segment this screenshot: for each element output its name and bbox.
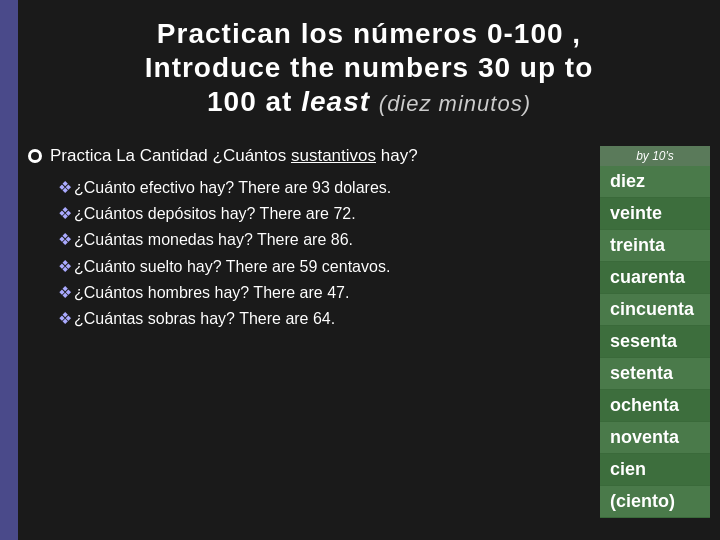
sidebar-item: cuarenta (600, 262, 710, 294)
right-sidebar: by 10's diez veinte treinta cuarenta cin… (600, 146, 710, 530)
title-parens: (diez minutos) (379, 91, 531, 116)
sidebar-item: sesenta (600, 326, 710, 358)
list-item: ❖¿Cuánto efectivo hay? There are 93 dola… (58, 176, 590, 199)
list-item: ❖¿Cuántos depósitos hay? There are 72. (58, 202, 590, 225)
title-section: Practican los números 0-100 , Introduce … (28, 10, 710, 128)
sidebar-item: noventa (600, 422, 710, 454)
practice-header-end: hay? (376, 146, 418, 165)
practice-header-underline: sustantivos (291, 146, 376, 165)
bullet-header: Practica La Cantidad ¿Cuántos sustantivo… (28, 146, 590, 166)
content-area: Practican los números 0-100 , Introduce … (18, 0, 720, 540)
sidebar-item: cincuenta (600, 294, 710, 326)
practice-items-list: ❖¿Cuánto efectivo hay? There are 93 dola… (28, 176, 590, 330)
list-item: ❖¿Cuántas monedas hay? There are 86. (58, 228, 590, 251)
sidebar-item: veinte (600, 198, 710, 230)
title-line3-part1: 100 at (207, 86, 301, 117)
sidebar-list: diez veinte treinta cuarenta cincuenta s… (600, 166, 710, 518)
sidebar-item: treinta (600, 230, 710, 262)
sidebar-item: ochenta (600, 390, 710, 422)
sidebar-item: diez (600, 166, 710, 198)
main-body: Practica La Cantidad ¿Cuántos sustantivo… (28, 146, 710, 530)
practice-header-text: Practica La Cantidad ¿Cuántos (50, 146, 291, 165)
list-item: ❖¿Cuánto suelto hay? There are 59 centav… (58, 255, 590, 278)
page: Practican los números 0-100 , Introduce … (0, 0, 720, 540)
list-item: ❖¿Cuántos hombres hay? There are 47. (58, 281, 590, 304)
title-line1: Practican los números 0-100 , (28, 18, 710, 50)
sidebar-item: setenta (600, 358, 710, 390)
title-highlight: least (301, 86, 370, 117)
sidebar-header: by 10's (600, 146, 710, 166)
sidebar-item: (ciento) (600, 486, 710, 518)
bullet-dot (28, 149, 42, 163)
sidebar-item: cien (600, 454, 710, 486)
list-item: ❖¿Cuántas sobras hay? There are 64. (58, 307, 590, 330)
title-line3: 100 at least (diez minutos) (28, 86, 710, 118)
left-content: Practica La Cantidad ¿Cuántos sustantivo… (28, 146, 590, 530)
practice-header: Practica La Cantidad ¿Cuántos sustantivo… (50, 146, 418, 166)
title-line2: Introduce the numbers 30 up to (28, 52, 710, 84)
left-accent-bar (0, 0, 18, 540)
